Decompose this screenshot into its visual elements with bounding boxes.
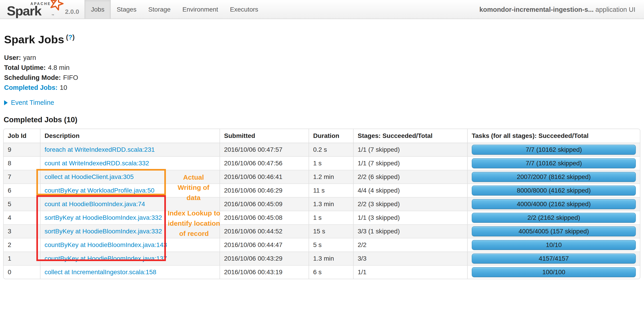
- job-id-cell: 6: [4, 183, 40, 197]
- job-id-cell: 4: [4, 211, 40, 224]
- spark-star-icon: [49, 0, 64, 11]
- duration-cell: 1 s: [308, 211, 353, 224]
- job-description-link[interactable]: count at WriteIndexedRDD.scala:332: [44, 160, 149, 167]
- duration-cell: 1 s: [308, 156, 353, 170]
- section-heading: Completed Jobs (10): [4, 116, 641, 124]
- tasks-progress-bar: 4000/4000 (2162 skipped): [472, 199, 636, 209]
- col-header-tasks[interactable]: Tasks (for all stages): Succeeded/Total: [467, 129, 640, 143]
- stages-cell: 1/1 (3 skipped): [353, 211, 467, 224]
- help-link[interactable]: (?): [66, 33, 74, 41]
- job-id-cell: 1: [4, 252, 40, 265]
- spark-version: 2.0.0: [65, 8, 79, 19]
- tasks-progress-bar: 10/10: [472, 240, 636, 250]
- info-completed-jobs: Completed Jobs:10: [4, 83, 641, 93]
- expand-triangle-icon: [4, 100, 8, 105]
- stages-cell: 1/1: [353, 265, 467, 279]
- job-description-link[interactable]: foreach at WriteIndexedRDD.scala:231: [44, 146, 155, 153]
- job-id-cell: 3: [4, 224, 40, 238]
- duration-cell: 5 s: [308, 238, 353, 252]
- stages-cell: 2/2 (6 skipped): [353, 170, 467, 183]
- col-header-submitted[interactable]: Submitted: [220, 129, 308, 143]
- submitted-cell: 2016/10/06 00:45:08: [220, 211, 308, 224]
- info-scheduling-mode: Scheduling Mode:FIFO: [4, 73, 641, 83]
- table-row: 0 collect at IncrementalIngestor.scala:1…: [4, 265, 640, 279]
- job-id-cell: 0: [4, 265, 40, 279]
- table-header-row: Job Id Description Submitted Duration St…: [4, 129, 640, 143]
- completed-jobs-link[interactable]: Completed Jobs:: [4, 84, 58, 91]
- tasks-progress-bar: 100/100: [472, 267, 636, 277]
- col-header-job-id[interactable]: Job Id: [4, 129, 40, 143]
- stages-cell: 4/4 (4 skipped): [353, 183, 467, 197]
- tasks-progress-bar: 4005/4005 (157 skipped): [472, 226, 636, 236]
- job-description-link[interactable]: countByKey at HoodieBloomIndex.java:137: [44, 255, 167, 262]
- table-row: 5 count at HoodieBloomIndex.java:74 2016…: [4, 197, 640, 211]
- info-user: User:yarn: [4, 53, 641, 63]
- job-description-link[interactable]: collect at HoodieClient.java:305: [44, 173, 134, 180]
- job-id-cell: 2: [4, 238, 40, 252]
- tab-jobs[interactable]: Jobs: [84, 0, 111, 19]
- job-description-link[interactable]: countByKey at WorkloadProfile.java:50: [44, 187, 154, 194]
- trademark-label: ™: [51, 14, 54, 17]
- stages-cell: 1/1 (7 skipped): [353, 143, 467, 156]
- table-row: 7 collect at HoodieClient.java:305 2016/…: [4, 170, 640, 183]
- spark-brand: APACHE Spark ™ 2.0.0: [0, 0, 84, 19]
- stages-cell: 2/2: [353, 238, 467, 252]
- submitted-cell: 2016/10/06 00:45:09: [220, 197, 308, 211]
- application-name: komondor-incremental-ingestion-s...: [480, 6, 594, 13]
- tasks-progress-bar: 4157/4157: [472, 254, 636, 264]
- submitted-cell: 2016/10/06 00:46:41: [220, 170, 308, 183]
- event-timeline-toggle[interactable]: Event Timeline: [4, 99, 641, 106]
- submitted-cell: 2016/10/06 00:44:52: [220, 224, 308, 238]
- table-row: 1 countByKey at HoodieBloomIndex.java:13…: [4, 252, 640, 265]
- job-description-link[interactable]: count at HoodieBloomIndex.java:74: [44, 200, 145, 207]
- duration-cell: 15 s: [308, 224, 353, 238]
- tasks-progress-bar: 2007/2007 (8162 skipped): [472, 172, 636, 182]
- spark-wordmark: Spark: [7, 3, 41, 18]
- stages-cell: 1/1 (7 skipped): [353, 156, 467, 170]
- submitted-cell: 2016/10/06 00:43:29: [220, 252, 308, 265]
- spark-logo: APACHE Spark ™: [7, 0, 64, 19]
- main-content: Spark Jobs(?) User:yarn Total Uptime:4.8…: [0, 31, 644, 279]
- table-row: 2 countByKey at HoodieBloomIndex.java:14…: [4, 238, 640, 252]
- submitted-cell: 2016/10/06 00:47:56: [220, 156, 308, 170]
- completed-jobs-table: Job Id Description Submitted Duration St…: [3, 129, 640, 279]
- duration-cell: 1.2 min: [308, 170, 353, 183]
- job-id-cell: 5: [4, 197, 40, 211]
- col-header-description[interactable]: Description: [40, 129, 220, 143]
- tasks-progress-bar: 7/7 (10162 skipped): [472, 145, 636, 155]
- tasks-progress-bar: 7/7 (10162 skipped): [472, 158, 636, 168]
- submitted-cell: 2016/10/06 00:46:29: [220, 183, 308, 197]
- table-row: 4 sortByKey at HoodieBloomIndex.java:332…: [4, 211, 640, 224]
- application-title: komondor-incremental-ingestion-s...appli…: [480, 0, 644, 19]
- info-uptime: Total Uptime:4.8 min: [4, 63, 641, 73]
- job-description-link[interactable]: countByKey at HoodieBloomIndex.java:143: [44, 241, 167, 248]
- tasks-progress-bar: 2/2 (2162 skipped): [472, 213, 636, 223]
- question-mark-icon[interactable]: ?: [68, 33, 72, 41]
- table-row: 8 count at WriteIndexedRDD.scala:332 201…: [4, 156, 640, 170]
- duration-cell: 6 s: [308, 265, 353, 279]
- nav-tabs: Jobs Stages Storage Environment Executor…: [84, 0, 264, 19]
- tab-stages[interactable]: Stages: [111, 0, 142, 19]
- top-nav-bar: APACHE Spark ™ 2.0.0 Jobs Stages Storage…: [0, 0, 644, 19]
- submitted-cell: 2016/10/06 00:47:57: [220, 143, 308, 156]
- tab-executors[interactable]: Executors: [224, 0, 264, 19]
- tasks-progress-bar: 8000/8000 (4162 skipped): [472, 185, 636, 195]
- job-description-link[interactable]: sortByKey at HoodieBloomIndex.java:332: [44, 228, 162, 235]
- duration-cell: 0.2 s: [308, 143, 353, 156]
- col-header-stages[interactable]: Stages: Succeeded/Total: [353, 129, 467, 143]
- table-row: 6 countByKey at WorkloadProfile.java:50 …: [4, 183, 640, 197]
- summary-info: User:yarn Total Uptime:4.8 min Schedulin…: [4, 53, 641, 93]
- stages-cell: 2/2 (3 skipped): [353, 197, 467, 211]
- jobs-table-wrap: Job Id Description Submitted Duration St…: [3, 129, 641, 279]
- duration-cell: 11 s: [308, 183, 353, 197]
- stages-cell: 3/3: [353, 252, 467, 265]
- stages-cell: 3/3 (1 skipped): [353, 224, 467, 238]
- job-description-link[interactable]: sortByKey at HoodieBloomIndex.java:332: [44, 214, 162, 221]
- col-header-duration[interactable]: Duration: [308, 129, 353, 143]
- duration-cell: 1.3 min: [308, 252, 353, 265]
- submitted-cell: 2016/10/06 00:43:19: [220, 265, 308, 279]
- table-row: 9 foreach at WriteIndexedRDD.scala:231 2…: [4, 143, 640, 156]
- job-description-link[interactable]: collect at IncrementalIngestor.scala:158: [44, 269, 156, 276]
- tab-storage[interactable]: Storage: [142, 0, 176, 19]
- tab-environment[interactable]: Environment: [176, 0, 224, 19]
